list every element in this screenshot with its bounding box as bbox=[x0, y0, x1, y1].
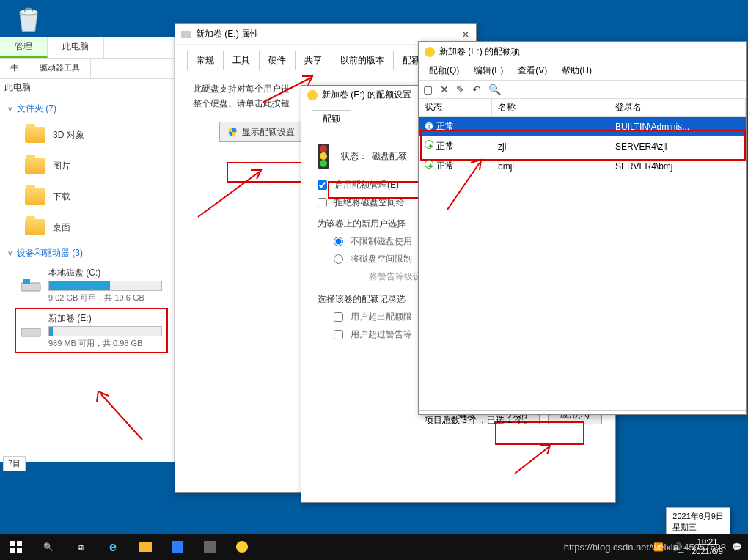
watermark: https://blog.csdn.net/weixin_45957598 bbox=[564, 542, 726, 553]
qe-title: 新加卷 (E:) 的配额项 bbox=[439, 45, 520, 58]
ribbon-thispc-tab[interactable]: 此电脑 bbox=[48, 37, 104, 58]
subtab-file[interactable]: 牛 bbox=[0, 59, 29, 78]
drive-c[interactable]: 本地磁盘 (C:) 9.02 GB 可用，共 19.6 GB bbox=[0, 264, 174, 306]
delete-icon[interactable]: ✕ bbox=[440, 84, 449, 95]
svg-rect-9 bbox=[10, 541, 15, 546]
folder-icon bbox=[25, 158, 45, 174]
folder-downloads[interactable]: 下载 bbox=[0, 181, 174, 212]
explorer-button[interactable] bbox=[129, 534, 161, 560]
menu-view[interactable]: 查看(V) bbox=[512, 63, 553, 78]
tab-previous[interactable]: 以前的版本 bbox=[331, 51, 394, 70]
search-button[interactable]: 🔍 bbox=[32, 534, 65, 560]
folders-header[interactable]: ∨文件夹 (7) bbox=[0, 98, 174, 119]
qe-menubar: 配额(Q) 编辑(E) 查看(V) 帮助(H) bbox=[419, 62, 746, 81]
col-name[interactable]: 名称 bbox=[492, 99, 609, 116]
tab-tools[interactable]: 工具 bbox=[223, 51, 260, 70]
tab-hardware[interactable]: 硬件 bbox=[259, 51, 296, 70]
close-icon[interactable]: ✕ bbox=[461, 29, 470, 40]
svg-rect-12 bbox=[17, 548, 22, 553]
svg-rect-11 bbox=[10, 548, 15, 553]
explorer-ribbon: 管理 此电脑 bbox=[0, 37, 174, 59]
nolimit-label: 不限制磁盘使用 bbox=[351, 235, 412, 248]
folder-label: 图片 bbox=[53, 160, 70, 172]
nolimit-radio[interactable] bbox=[334, 237, 343, 246]
tab-general[interactable]: 常规 bbox=[187, 51, 224, 70]
drive-c-space: 9.02 GB 可用，共 19.6 GB bbox=[48, 292, 162, 303]
col-status[interactable]: 状态 bbox=[419, 99, 492, 116]
ok-status-icon bbox=[425, 160, 433, 169]
ie-button[interactable]: e bbox=[97, 534, 129, 560]
log-exceed-label: 用户超出配额限 bbox=[351, 311, 412, 323]
setlimit-radio[interactable] bbox=[334, 254, 343, 264]
qe-toolbar: ▢ ✕ ✎ ↶ 🔍 bbox=[419, 81, 746, 99]
folder-icon bbox=[25, 188, 45, 205]
new-entry-icon[interactable]: ▢ bbox=[423, 84, 433, 95]
svg-rect-2 bbox=[23, 279, 30, 284]
folder-3d[interactable]: 3D 对象 bbox=[0, 119, 174, 150]
deny-space-checkbox[interactable] bbox=[318, 198, 327, 207]
ribbon-manage-tab[interactable]: 管理 bbox=[0, 37, 48, 58]
folder-desktop[interactable]: 桌面 bbox=[0, 212, 174, 243]
show-quota-label: 显示配额设置 bbox=[242, 125, 295, 139]
tooltip-day: 星期三 bbox=[672, 522, 724, 533]
menu-help[interactable]: 帮助(H) bbox=[556, 63, 598, 78]
chevron-down-icon: ∨ bbox=[7, 105, 12, 113]
undo-icon[interactable]: ↶ bbox=[472, 84, 481, 95]
row3-status: 正常 bbox=[436, 161, 454, 171]
address-bar[interactable]: 此电脑 bbox=[0, 79, 174, 95]
recycle-bin-icon[interactable] bbox=[13, 4, 44, 35]
quota-state-value: 磁盘配额 bbox=[372, 150, 407, 163]
taskview-button[interactable]: ⧉ bbox=[65, 534, 97, 560]
drive-e-bar bbox=[48, 326, 162, 336]
row3-login: SERVER4\bmj bbox=[609, 159, 746, 174]
log-exceed-checkbox[interactable] bbox=[334, 312, 343, 322]
traffic-light-icon bbox=[318, 144, 329, 169]
svg-rect-3 bbox=[21, 328, 40, 336]
properties-icon[interactable]: ✎ bbox=[456, 84, 465, 95]
row1-name bbox=[492, 125, 609, 129]
qe-statusbar: 项目总数 3 个，已选 1 个。 bbox=[419, 410, 746, 430]
drive-e-label: 新加卷 (E:) bbox=[48, 312, 162, 325]
subtab-drive-tools[interactable]: 驱动器工具 bbox=[29, 59, 91, 78]
qe-titlebar[interactable]: 新加卷 (E:) 的配额项 bbox=[419, 42, 746, 62]
drives-header-label: 设备和驱动器 (3) bbox=[17, 247, 83, 259]
show-quota-button[interactable]: 显示配额设置 bbox=[219, 122, 303, 142]
drive-e-selected[interactable]: 新加卷 (E:) 989 MB 可用，共 0.98 GB bbox=[15, 308, 168, 353]
menu-quota[interactable]: 配额(Q) bbox=[423, 63, 465, 78]
start-button[interactable] bbox=[0, 534, 32, 560]
quota-icon bbox=[307, 90, 318, 100]
tab-sharing[interactable]: 共享 bbox=[295, 51, 331, 70]
explorer-body: ∨文件夹 (7) 3D 对象 图片 下载 桌面 ∨设备和驱动器 (3) 本地磁盘… bbox=[0, 95, 174, 358]
folder-label: 3D 对象 bbox=[53, 129, 84, 141]
quota-state-label: 状态： bbox=[341, 150, 367, 163]
app3-button[interactable] bbox=[226, 534, 258, 560]
app1-button[interactable] bbox=[161, 534, 194, 560]
app2-button[interactable] bbox=[194, 534, 226, 560]
quota-icon bbox=[425, 47, 435, 57]
folder-icon bbox=[25, 219, 45, 235]
ok-status-icon bbox=[425, 140, 433, 149]
svg-point-0 bbox=[20, 10, 38, 15]
folder-label: 桌面 bbox=[53, 221, 70, 234]
status-items: 7目 bbox=[3, 456, 26, 471]
folder-icon bbox=[25, 127, 45, 143]
drive-e-space: 989 MB 可用，共 0.98 GB bbox=[48, 338, 162, 349]
shield-icon bbox=[227, 127, 238, 137]
quota-title: 新加卷 (E:) 的配额设置 bbox=[322, 89, 411, 101]
menu-edit[interactable]: 编辑(E) bbox=[468, 63, 509, 78]
quota-tab[interactable]: 配额 bbox=[312, 110, 351, 128]
highlight-user-rows bbox=[420, 130, 746, 161]
drives-header[interactable]: ∨设备和驱动器 (3) bbox=[0, 243, 174, 264]
enable-quota-checkbox[interactable] bbox=[318, 180, 327, 190]
row3-name: bmjl bbox=[492, 159, 609, 174]
folder-pictures[interactable]: 图片 bbox=[0, 150, 174, 181]
find-icon[interactable]: 🔍 bbox=[488, 84, 501, 95]
svg-rect-10 bbox=[17, 541, 22, 546]
log-warn-checkbox[interactable] bbox=[334, 330, 343, 339]
drive-icon bbox=[21, 279, 41, 292]
col-login[interactable]: 登录名 bbox=[609, 99, 746, 116]
qe-header-row: 状态 名称 登录名 bbox=[419, 99, 746, 117]
tray-notif-icon[interactable]: 💬 bbox=[732, 542, 742, 552]
folders-header-label: 文件夹 (7) bbox=[17, 103, 56, 115]
drive-small-icon bbox=[181, 31, 191, 38]
